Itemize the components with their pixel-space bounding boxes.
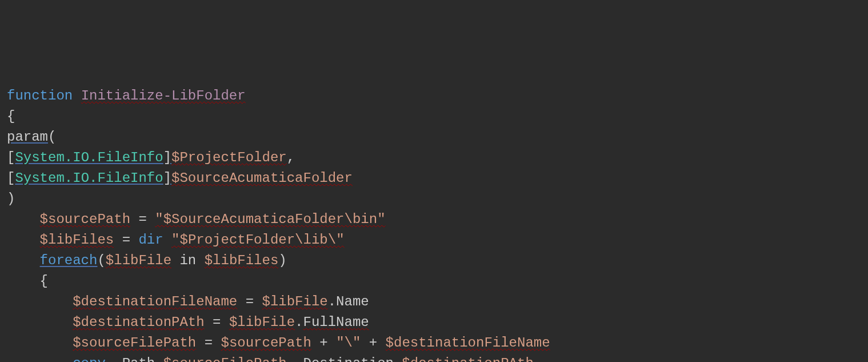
function-name: Initialize-LibFolder (81, 88, 246, 104)
var-libfile: $libFile (106, 253, 171, 268)
keyword-foreach: foreach (40, 253, 98, 268)
prop-name: Name (336, 294, 369, 309)
var-destinationfilename: $destinationFileName (73, 294, 237, 309)
code-editor[interactable]: function Initialize-LibFolder { param( [… (7, 86, 861, 362)
var-sourcepath: $sourcePath (40, 212, 130, 227)
var-sourcefilepath: $sourceFilePath (73, 335, 196, 351)
var-libfile: $libFile (229, 315, 295, 330)
var-libfile: $libFile (262, 294, 327, 309)
type-fileinfo: System.IO.FileInfo (15, 150, 163, 165)
var-sourcefilepath: $sourceFilePath (163, 356, 287, 362)
type-fileinfo: System.IO.FileInfo (15, 170, 163, 186)
brace-open: { (7, 273, 48, 289)
var-destinationfilename: $destinationFileName (386, 335, 550, 351)
var-sourceacumaticafolder: $SourceAcumaticaFolder (171, 170, 353, 186)
string-literal: "\" (336, 335, 361, 351)
prop-fullname: FullName (303, 315, 369, 330)
cmdlet-copy: copy (73, 356, 106, 362)
var-sourcepath: $sourcePath (221, 335, 311, 351)
var-projectfolder: $ProjectFolder (171, 150, 287, 165)
cmdlet-dir: dir (138, 232, 163, 248)
keyword-param: param (7, 129, 48, 145)
string-literal: "$ProjectFolder\lib\" (171, 232, 344, 248)
var-destinationpath: $destinationPAth (402, 356, 533, 362)
var-destinationpath: $destinationPAth (73, 315, 204, 330)
string-literal: "$SourceAcumaticaFolder\bin" (155, 212, 385, 227)
keyword-function: function (7, 88, 73, 104)
var-libfiles: $libFiles (205, 253, 279, 268)
var-libfiles: $libFiles (40, 232, 114, 248)
brace-open: { (7, 109, 15, 124)
